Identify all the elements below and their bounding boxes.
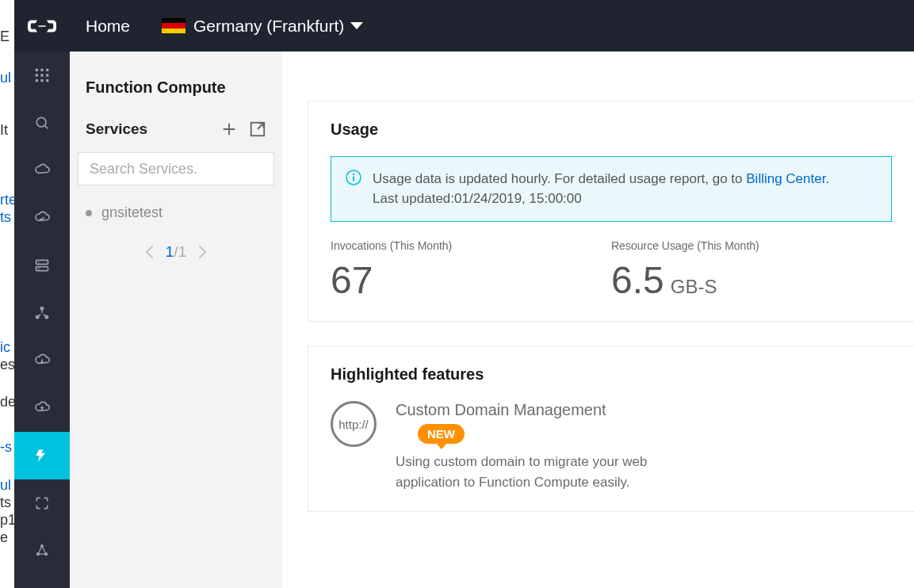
svg-point-20 [44,552,48,556]
panel-title: Function Compute [70,52,282,120]
service-item[interactable]: gnsitetest [78,200,274,226]
panel-subtitle: Services [86,120,147,138]
features-card: Highlighted features http:// Custom Doma… [308,346,914,512]
popout-icon[interactable] [249,120,266,138]
notice-text: Usage data is updated hourly. For detail… [373,171,746,186]
svg-rect-3 [36,74,38,76]
info-icon [346,170,361,185]
svg-rect-1 [40,69,43,71]
edge-text: It [0,120,8,140]
metric-value: 6.5 [611,259,664,301]
rail-cloud-down-icon[interactable] [14,337,70,384]
metric-label: Invocations (This Month) [331,239,595,252]
svg-point-18 [40,544,44,548]
svg-rect-24 [353,177,354,181]
service-name: gnsitetest [101,204,163,221]
rail-network-icon[interactable] [14,289,70,337]
main-content: Usage Usage data is updated hourly. For … [282,52,914,588]
pager-next-icon[interactable] [197,245,207,259]
svg-rect-6 [36,79,38,82]
metric-value: 67 [331,258,595,302]
rail-expand-icon[interactable] [14,479,70,527]
add-service-icon[interactable] [220,120,238,138]
edge-text: ul [0,68,11,88]
edge-text: es [0,355,15,375]
usage-notice: Usage data is updated hourly. For detail… [331,156,892,222]
svg-point-9 [36,117,46,127]
rail-function-compute-icon[interactable] [14,432,70,479]
http-icon: http:// [331,401,377,447]
feature-description: Using custom domain to migrate your web … [396,452,713,492]
notice-updated: Last updated:01/24/2019, 15:00:00 [373,191,582,206]
pager-prev-icon[interactable] [145,245,155,259]
svg-rect-11 [36,260,48,264]
rail-cloud-sync-icon[interactable] [14,194,70,242]
chevron-down-icon [350,22,363,29]
billing-center-link[interactable]: Billing Center. [746,171,829,186]
edge-text: ts [0,493,11,513]
edge-text: -s [0,437,12,457]
service-list: gnsitetest [70,195,282,226]
rail-cloud-icon[interactable] [14,147,70,194]
svg-point-23 [353,174,354,175]
search-input[interactable] [78,152,274,185]
svg-point-15 [40,307,44,311]
search-services [78,152,274,185]
topbar: Home Germany (Frankfurt) [14,0,914,52]
svg-rect-5 [46,74,48,76]
usage-title: Usage [331,120,892,139]
metric-resource: Resource Usage (This Month) 6.5GB-S [611,239,892,302]
flag-germany-icon [162,18,185,34]
feature-name: Custom Domain Management [396,401,713,419]
svg-rect-2 [46,69,48,71]
svg-rect-12 [36,267,48,271]
edge-text: E [0,27,10,47]
edge-text: ic [0,338,10,357]
rail-search-icon[interactable] [14,99,70,147]
edge-text: ul [0,475,11,495]
icon-rail [14,52,70,588]
rail-server-icon[interactable] [14,242,70,289]
svg-rect-8 [46,79,48,82]
rail-nodes-icon[interactable] [14,527,70,575]
edge-text: e [0,528,8,548]
nav-home[interactable]: Home [86,17,130,36]
services-panel: Function Compute Services gnsitetest 1/1 [70,52,282,588]
usage-card: Usage Usage data is updated hourly. For … [308,101,914,322]
metric-label: Resource Usage (This Month) [611,239,876,252]
metric-invocations: Invocations (This Month) 67 [331,239,611,302]
region-label: Germany (Frankfurt) [193,17,344,36]
svg-point-19 [36,552,40,556]
svg-rect-0 [36,69,38,71]
rail-cloud-up-icon[interactable] [14,384,70,432]
brand-logo-icon[interactable] [14,18,70,34]
region-selector[interactable]: Germany (Frankfurt) [162,17,363,36]
edge-text: ts [0,208,11,227]
svg-rect-7 [40,79,43,82]
svg-rect-4 [40,74,43,76]
metric-unit: GB-S [671,276,717,297]
rail-apps-icon[interactable] [14,52,70,99]
status-dot-icon [86,210,92,216]
services-pager: 1/1 [70,243,282,261]
svg-point-14 [38,268,40,269]
new-badge: NEW [418,424,465,444]
pager-total: /1 [174,243,186,260]
pager-current: 1 [166,243,174,260]
features-title: Highlighted features [331,365,892,384]
svg-line-10 [44,125,48,128]
svg-point-13 [38,262,40,263]
